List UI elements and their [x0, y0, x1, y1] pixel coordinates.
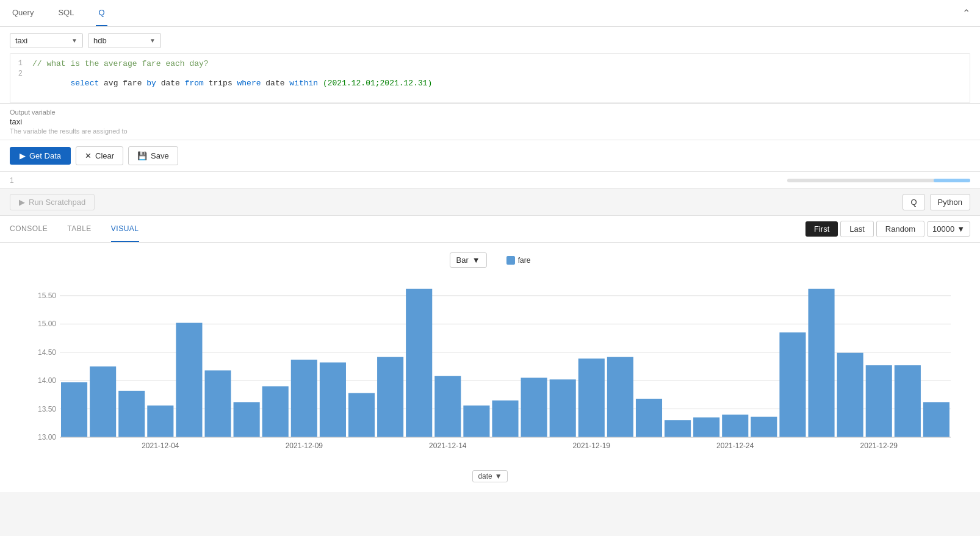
first-button[interactable]: First	[805, 221, 838, 237]
code-comment: // what is the average fare each day?	[27, 59, 214, 68]
dropdowns-row: taxi ▼ hdb ▼	[10, 33, 970, 48]
svg-text:2021-12-29: 2021-12-29	[860, 441, 898, 450]
tab-q[interactable]: Q	[96, 0, 107, 26]
result-tabs-bar: CONSOLE TABLE VISUAL First Last Random 1…	[0, 216, 980, 243]
db2-arrow-icon: ▼	[150, 37, 156, 44]
legend-label: fare	[518, 256, 531, 265]
svg-rect-29	[550, 379, 576, 437]
svg-text:13.50: 13.50	[38, 405, 56, 413]
svg-rect-19	[262, 386, 289, 437]
close-icon[interactable]: ⌃	[962, 7, 970, 19]
db1-value: taxi	[15, 36, 27, 45]
db1-dropdown[interactable]: taxi ▼	[10, 33, 83, 48]
svg-rect-26	[463, 406, 489, 437]
svg-rect-13	[90, 366, 116, 437]
svg-rect-16	[176, 323, 202, 437]
svg-text:15.00: 15.00	[38, 320, 56, 328]
top-bar-tabs: Query SQL Q	[10, 0, 107, 26]
svg-text:2021-12-19: 2021-12-19	[573, 441, 611, 450]
code-editor[interactable]: 1 // what is the average fare each day? …	[10, 53, 970, 103]
rows-arrow-icon: ▼	[957, 224, 965, 234]
svg-rect-40	[866, 365, 892, 437]
svg-rect-33	[665, 420, 691, 437]
chart-area: Bar ▼ fare 13.0013.5014.0014.5015.0015.5…	[0, 243, 980, 492]
svg-rect-31	[607, 357, 633, 437]
random-button[interactable]: Random	[876, 221, 924, 237]
svg-text:2021-12-04: 2021-12-04	[142, 441, 179, 450]
svg-text:14.00: 14.00	[38, 376, 56, 385]
rows-select[interactable]: 10000 ▼	[927, 221, 970, 237]
clear-button[interactable]: ✕ Clear	[76, 146, 123, 165]
play-icon: ▶	[20, 151, 26, 160]
svg-rect-41	[895, 365, 921, 437]
svg-rect-14	[118, 391, 145, 437]
get-data-label: Get Data	[29, 151, 61, 160]
query-section: taxi ▼ hdb ▼ 1 // what is the average fa…	[0, 27, 980, 104]
svg-rect-39	[837, 353, 863, 437]
result-input[interactable]	[22, 174, 787, 186]
result-tab-actions: First Last Random 10000 ▼	[805, 221, 970, 237]
get-data-button[interactable]: ▶ Get Data	[10, 147, 71, 165]
x-icon: ✕	[85, 151, 92, 160]
svg-rect-12	[61, 382, 87, 437]
svg-text:2021-12-24: 2021-12-24	[716, 441, 754, 450]
last-button[interactable]: Last	[840, 221, 874, 237]
scratchpad-bar: ▶ Run Scratchpad Q Python	[0, 189, 980, 216]
q-button[interactable]: Q	[903, 194, 924, 210]
svg-rect-24	[406, 289, 432, 437]
tab-console[interactable]: CONSOLE	[10, 216, 48, 242]
line-number-1: 1	[10, 59, 27, 68]
tab-visual[interactable]: VISUAL	[111, 216, 139, 242]
result-row: 1	[0, 172, 980, 189]
code-line-2: 2 select avg fare by date from trips whe…	[10, 69, 970, 98]
db2-dropdown[interactable]: hdb ▼	[88, 33, 161, 48]
clear-label: Clear	[95, 151, 114, 160]
svg-text:13.00: 13.00	[38, 433, 56, 441]
bar-chart: 13.0013.5014.0014.5015.0015.502021-12-04…	[10, 273, 970, 468]
svg-rect-27	[492, 401, 518, 437]
chart-type-select[interactable]: Bar ▼	[450, 252, 487, 268]
result-line-number: 1	[10, 176, 22, 185]
save-button[interactable]: 💾 Save	[128, 146, 178, 165]
legend-color-swatch	[506, 256, 515, 265]
chart-type-arrow-icon: ▼	[472, 255, 480, 265]
svg-rect-21	[320, 362, 346, 437]
tab-table[interactable]: TABLE	[67, 216, 92, 242]
rows-value: 10000	[932, 224, 954, 234]
svg-text:2021-12-09: 2021-12-09	[286, 441, 323, 450]
output-desc: The variable the results are assigned to	[10, 127, 970, 135]
tab-query[interactable]: Query	[10, 0, 36, 26]
svg-rect-15	[147, 406, 173, 437]
x-axis-arrow-icon: ▼	[495, 472, 502, 481]
svg-rect-22	[348, 393, 375, 437]
svg-rect-18	[234, 402, 260, 437]
save-icon: 💾	[137, 151, 147, 160]
svg-rect-25	[434, 376, 461, 437]
save-label: Save	[151, 151, 169, 160]
svg-rect-36	[751, 417, 777, 437]
svg-rect-38	[809, 289, 835, 437]
run-scratchpad-button: ▶ Run Scratchpad	[10, 194, 95, 210]
svg-rect-37	[779, 332, 805, 437]
result-tabs: CONSOLE TABLE VISUAL	[10, 216, 805, 242]
svg-rect-42	[923, 402, 949, 437]
x-axis-value: date	[478, 472, 492, 481]
svg-rect-35	[722, 415, 748, 437]
svg-rect-20	[291, 360, 317, 437]
svg-rect-32	[636, 399, 662, 437]
chart-type-value: Bar	[456, 255, 469, 265]
svg-rect-17	[204, 370, 231, 437]
svg-rect-30	[578, 359, 605, 437]
tab-sql[interactable]: SQL	[56, 0, 76, 26]
x-axis-select[interactable]: date ▼	[472, 470, 507, 482]
chart-controls: Bar ▼ fare	[10, 252, 970, 268]
code-query: select avg fare by date from trips where…	[27, 70, 437, 97]
legend-item: fare	[506, 256, 531, 265]
output-value: taxi	[10, 117, 970, 126]
x-axis-label-row: date ▼	[10, 470, 970, 482]
chart-container: 13.0013.5014.0014.5015.0015.502021-12-04…	[10, 273, 970, 468]
svg-text:14.50: 14.50	[38, 348, 56, 357]
action-bar: ▶ Get Data ✕ Clear 💾 Save	[0, 140, 980, 172]
output-section: Output variable taxi The variable the re…	[0, 104, 980, 140]
python-button[interactable]: Python	[930, 194, 970, 210]
